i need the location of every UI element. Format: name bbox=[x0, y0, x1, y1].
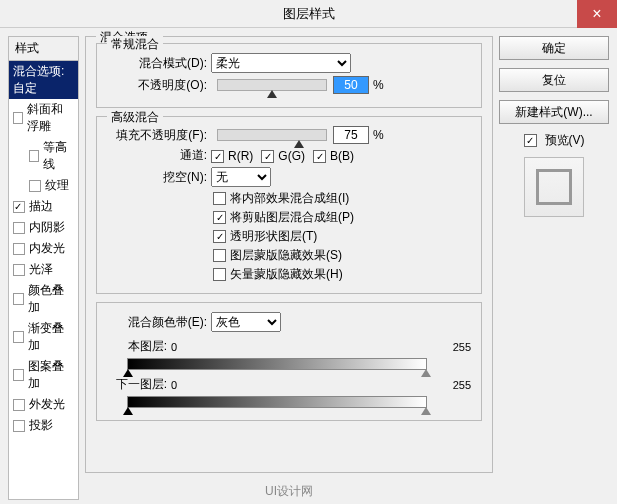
checkbox-icon[interactable] bbox=[213, 268, 226, 281]
styles-sidebar: 样式 混合选项:自定斜面和浮雕等高线纹理描边内阴影内发光光泽颜色叠加渐变叠加图案… bbox=[8, 36, 79, 500]
effect-label: 图层蒙版隐藏效果(S) bbox=[230, 247, 342, 264]
sidebar-item-label: 颜色叠加 bbox=[28, 282, 74, 316]
effect-option[interactable]: 透明形状图层(T) bbox=[213, 228, 471, 245]
close-button[interactable]: × bbox=[577, 0, 617, 28]
checkbox-icon[interactable] bbox=[13, 264, 25, 276]
effect-option[interactable]: 将剪贴图层混合成组(P) bbox=[213, 209, 471, 226]
knockout-select[interactable]: 无 bbox=[211, 167, 271, 187]
checkbox-icon[interactable] bbox=[213, 211, 226, 224]
effect-label: 将内部效果混合成组(I) bbox=[230, 190, 349, 207]
channel-b[interactable]: B(B) bbox=[313, 149, 354, 163]
checkbox-icon[interactable] bbox=[13, 243, 25, 255]
fill-opacity-slider[interactable] bbox=[217, 129, 327, 141]
fill-percent: % bbox=[373, 128, 384, 142]
checkbox-icon[interactable] bbox=[13, 369, 24, 381]
checkbox-icon[interactable] bbox=[213, 192, 226, 205]
sidebar-item[interactable]: 纹理 bbox=[9, 175, 78, 196]
checkbox-icon[interactable] bbox=[13, 293, 24, 305]
sidebar-item[interactable]: 图案叠加 bbox=[9, 356, 78, 394]
checkbox-icon[interactable] bbox=[13, 420, 25, 432]
opacity-percent: % bbox=[373, 78, 384, 92]
under-layer-label: 下一图层: bbox=[107, 376, 167, 393]
sidebar-item-label: 等高线 bbox=[43, 139, 74, 173]
fill-opacity-input[interactable] bbox=[333, 126, 369, 144]
sidebar-item[interactable]: 外发光 bbox=[9, 394, 78, 415]
normal-blend-group: 常规混合 混合模式(D): 柔光 不透明度(O): % bbox=[96, 43, 482, 108]
opacity-label: 不透明度(O): bbox=[107, 77, 207, 94]
knockout-label: 挖空(N): bbox=[107, 169, 207, 186]
ok-button[interactable]: 确定 bbox=[499, 36, 609, 60]
watermark: UI设计网 bbox=[85, 479, 493, 500]
channel-label: 通道: bbox=[107, 147, 207, 164]
sidebar-item-label: 图案叠加 bbox=[28, 358, 74, 392]
window-title: 图层样式 bbox=[283, 5, 335, 23]
checkbox-icon[interactable] bbox=[13, 331, 24, 343]
reset-button[interactable]: 复位 bbox=[499, 68, 609, 92]
sidebar-item[interactable]: 颜色叠加 bbox=[9, 280, 78, 318]
checkbox-icon[interactable] bbox=[213, 230, 226, 243]
opacity-input[interactable] bbox=[333, 76, 369, 94]
sidebar-item-label: 混合选项:自定 bbox=[13, 63, 74, 97]
sidebar-item[interactable]: 光泽 bbox=[9, 259, 78, 280]
center-panel: 混合选项 常规混合 混合模式(D): 柔光 不透明度(O): % 高级混合 填充… bbox=[85, 36, 493, 500]
checkbox-icon[interactable] bbox=[213, 249, 226, 262]
sidebar-item[interactable]: 内发光 bbox=[9, 238, 78, 259]
sidebar-item[interactable]: 渐变叠加 bbox=[9, 318, 78, 356]
sidebar-item-label: 描边 bbox=[29, 198, 53, 215]
blend-if-label: 混合颜色带(E): bbox=[107, 314, 207, 331]
this-layer-label: 本图层: bbox=[107, 338, 167, 355]
sidebar-item[interactable]: 混合选项:自定 bbox=[9, 61, 78, 99]
effect-option[interactable]: 矢量蒙版隐藏效果(H) bbox=[213, 266, 471, 283]
new-style-button[interactable]: 新建样式(W)... bbox=[499, 100, 609, 124]
checkbox-icon[interactable] bbox=[13, 112, 23, 124]
sidebar-item-label: 投影 bbox=[29, 417, 53, 434]
effect-label: 矢量蒙版隐藏效果(H) bbox=[230, 266, 343, 283]
preview-swatch bbox=[524, 157, 584, 217]
sidebar-item-label: 外发光 bbox=[29, 396, 65, 413]
sidebar-item[interactable]: 描边 bbox=[9, 196, 78, 217]
effect-option[interactable]: 图层蒙版隐藏效果(S) bbox=[213, 247, 471, 264]
advanced-blend-group: 高级混合 填充不透明度(F): % 通道: R(R) G(G) B(B) bbox=[96, 116, 482, 294]
checkbox-icon[interactable] bbox=[13, 201, 25, 213]
checkbox-icon[interactable] bbox=[13, 222, 25, 234]
sidebar-item-label: 光泽 bbox=[29, 261, 53, 278]
checkbox-icon[interactable] bbox=[29, 150, 39, 162]
normal-blend-legend: 常规混合 bbox=[107, 36, 163, 53]
titlebar: 图层样式 × bbox=[0, 0, 617, 28]
sidebar-item-label: 内发光 bbox=[29, 240, 65, 257]
sidebar-header: 样式 bbox=[9, 37, 78, 61]
sidebar-item-label: 内阴影 bbox=[29, 219, 65, 236]
advanced-blend-legend: 高级混合 bbox=[107, 109, 163, 126]
sidebar-item-label: 渐变叠加 bbox=[28, 320, 74, 354]
right-panel: 确定 复位 新建样式(W)... 预览(V) bbox=[499, 36, 609, 500]
effect-label: 透明形状图层(T) bbox=[230, 228, 317, 245]
blend-mode-label: 混合模式(D): bbox=[107, 55, 207, 72]
sidebar-item[interactable]: 投影 bbox=[9, 415, 78, 436]
blend-mode-select[interactable]: 柔光 bbox=[211, 53, 351, 73]
effect-label: 将剪贴图层混合成组(P) bbox=[230, 209, 354, 226]
under-layer-gradient[interactable] bbox=[127, 396, 427, 408]
blend-options-group: 混合选项 常规混合 混合模式(D): 柔光 不透明度(O): % 高级混合 填充… bbox=[85, 36, 493, 473]
effects-list: 将内部效果混合成组(I)将剪贴图层混合成组(P)透明形状图层(T)图层蒙版隐藏效… bbox=[213, 190, 471, 283]
fill-opacity-label: 填充不透明度(F): bbox=[107, 127, 207, 144]
blend-if-group: 混合颜色带(E): 灰色 本图层: 0255 下一图层: 0255 bbox=[96, 302, 482, 421]
blend-if-select[interactable]: 灰色 bbox=[211, 312, 281, 332]
content: 样式 混合选项:自定斜面和浮雕等高线纹理描边内阴影内发光光泽颜色叠加渐变叠加图案… bbox=[0, 28, 617, 500]
channel-g[interactable]: G(G) bbox=[261, 149, 305, 163]
opacity-slider[interactable] bbox=[217, 79, 327, 91]
channel-r[interactable]: R(R) bbox=[211, 149, 253, 163]
checkbox-icon[interactable] bbox=[29, 180, 41, 192]
preview-checkbox[interactable]: 预览(V) bbox=[524, 132, 585, 149]
sidebar-item-label: 纹理 bbox=[45, 177, 69, 194]
checkbox-icon[interactable] bbox=[13, 399, 25, 411]
sidebar-item[interactable]: 等高线 bbox=[9, 137, 78, 175]
sidebar-item[interactable]: 斜面和浮雕 bbox=[9, 99, 78, 137]
this-layer-gradient[interactable] bbox=[127, 358, 427, 370]
effect-option[interactable]: 将内部效果混合成组(I) bbox=[213, 190, 471, 207]
sidebar-item[interactable]: 内阴影 bbox=[9, 217, 78, 238]
sidebar-item-label: 斜面和浮雕 bbox=[27, 101, 74, 135]
sidebar-list: 混合选项:自定斜面和浮雕等高线纹理描边内阴影内发光光泽颜色叠加渐变叠加图案叠加外… bbox=[9, 61, 78, 436]
